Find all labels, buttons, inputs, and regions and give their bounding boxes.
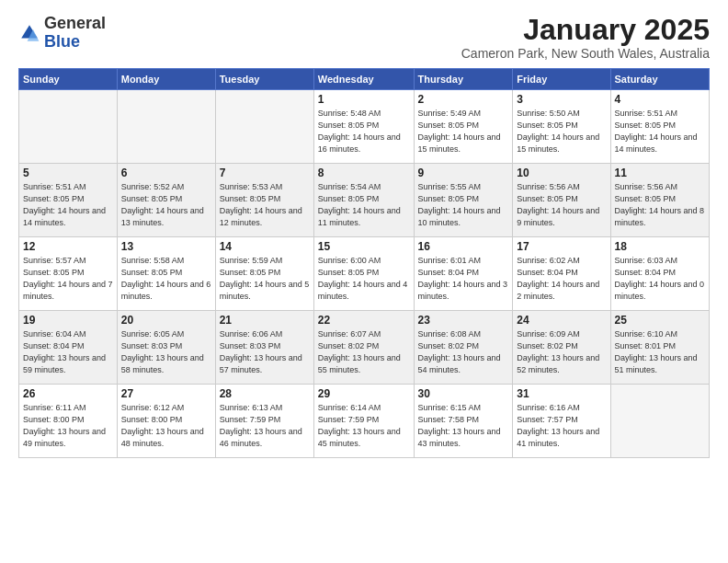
day-number: 10 (517, 167, 606, 179)
logo-general: General (44, 14, 106, 32)
header-sunday: Sunday (19, 69, 118, 90)
day-number: 16 (418, 240, 509, 253)
day-number: 23 (418, 314, 509, 327)
day-info: Sunrise: 6:07 AM Sunset: 8:02 PM Dayligh… (318, 328, 410, 376)
calendar-cell: 25Sunrise: 6:10 AM Sunset: 8:01 PM Dayli… (610, 311, 709, 385)
day-info: Sunrise: 5:57 AM Sunset: 8:05 PM Dayligh… (23, 255, 113, 303)
calendar-cell: 21Sunrise: 6:06 AM Sunset: 8:03 PM Dayli… (215, 311, 313, 385)
day-number: 7 (220, 167, 310, 179)
day-number: 19 (23, 314, 113, 327)
logo: General Blue (18, 15, 106, 52)
calendar-cell: 9Sunrise: 5:55 AM Sunset: 8:05 PM Daylig… (414, 164, 513, 237)
calendar-cell (19, 90, 118, 164)
calendar-cell: 8Sunrise: 5:54 AM Sunset: 8:05 PM Daylig… (313, 164, 414, 237)
day-info: Sunrise: 6:03 AM Sunset: 8:04 PM Dayligh… (615, 255, 705, 303)
day-info: Sunrise: 6:16 AM Sunset: 7:57 PM Dayligh… (517, 402, 606, 450)
day-number: 6 (121, 167, 211, 179)
calendar-cell: 3Sunrise: 5:50 AM Sunset: 8:05 PM Daylig… (513, 90, 610, 164)
day-info: Sunrise: 6:13 AM Sunset: 7:59 PM Dayligh… (220, 402, 310, 450)
day-info: Sunrise: 5:56 AM Sunset: 8:05 PM Dayligh… (615, 181, 705, 229)
calendar-cell (117, 90, 215, 164)
calendar-cell: 29Sunrise: 6:14 AM Sunset: 7:59 PM Dayli… (313, 385, 414, 458)
logo-text: General Blue (44, 15, 106, 52)
calendar-cell: 12Sunrise: 5:57 AM Sunset: 8:05 PM Dayli… (19, 237, 118, 311)
day-info: Sunrise: 5:51 AM Sunset: 8:05 PM Dayligh… (23, 181, 113, 229)
day-info: Sunrise: 6:08 AM Sunset: 8:02 PM Dayligh… (418, 328, 509, 376)
day-info: Sunrise: 6:15 AM Sunset: 7:58 PM Dayligh… (418, 402, 509, 450)
calendar-cell: 26Sunrise: 6:11 AM Sunset: 8:00 PM Dayli… (19, 385, 118, 458)
day-info: Sunrise: 5:51 AM Sunset: 8:05 PM Dayligh… (615, 108, 705, 155)
day-info: Sunrise: 6:00 AM Sunset: 8:05 PM Dayligh… (318, 255, 410, 303)
calendar-cell: 6Sunrise: 5:52 AM Sunset: 8:05 PM Daylig… (117, 164, 215, 237)
header-monday: Monday (117, 69, 215, 90)
week-row-3: 19Sunrise: 6:04 AM Sunset: 8:04 PM Dayli… (19, 311, 710, 385)
day-info: Sunrise: 6:11 AM Sunset: 8:00 PM Dayligh… (23, 402, 113, 450)
header-tuesday: Tuesday (215, 69, 313, 90)
calendar-cell: 7Sunrise: 5:53 AM Sunset: 8:05 PM Daylig… (215, 164, 313, 237)
day-number: 4 (615, 93, 705, 106)
day-number: 29 (318, 387, 410, 400)
day-number: 26 (23, 387, 113, 400)
calendar-cell: 14Sunrise: 5:59 AM Sunset: 8:05 PM Dayli… (215, 237, 313, 311)
day-info: Sunrise: 6:01 AM Sunset: 8:04 PM Dayligh… (418, 255, 509, 303)
calendar-cell: 28Sunrise: 6:13 AM Sunset: 7:59 PM Dayli… (215, 385, 313, 458)
day-info: Sunrise: 5:54 AM Sunset: 8:05 PM Dayligh… (318, 181, 410, 229)
calendar-cell: 16Sunrise: 6:01 AM Sunset: 8:04 PM Dayli… (414, 237, 513, 311)
calendar-cell: 15Sunrise: 6:00 AM Sunset: 8:05 PM Dayli… (313, 237, 414, 311)
calendar-cell (610, 385, 709, 458)
day-number: 12 (23, 240, 113, 253)
day-info: Sunrise: 6:04 AM Sunset: 8:04 PM Dayligh… (23, 328, 113, 376)
day-info: Sunrise: 6:06 AM Sunset: 8:03 PM Dayligh… (220, 328, 310, 376)
week-row-4: 26Sunrise: 6:11 AM Sunset: 8:00 PM Dayli… (19, 385, 710, 458)
day-number: 11 (615, 167, 705, 179)
day-number: 24 (517, 314, 606, 327)
calendar-cell: 20Sunrise: 6:05 AM Sunset: 8:03 PM Dayli… (117, 311, 215, 385)
day-info: Sunrise: 5:52 AM Sunset: 8:05 PM Dayligh… (121, 181, 211, 229)
header-saturday: Saturday (610, 69, 709, 90)
day-info: Sunrise: 6:09 AM Sunset: 8:02 PM Dayligh… (517, 328, 606, 376)
calendar-cell: 2Sunrise: 5:49 AM Sunset: 8:05 PM Daylig… (414, 90, 513, 164)
day-number: 25 (615, 314, 705, 327)
calendar-cell: 13Sunrise: 5:58 AM Sunset: 8:05 PM Dayli… (117, 237, 215, 311)
day-info: Sunrise: 5:58 AM Sunset: 8:05 PM Dayligh… (121, 255, 211, 303)
header-wednesday: Wednesday (313, 69, 414, 90)
calendar-cell: 5Sunrise: 5:51 AM Sunset: 8:05 PM Daylig… (19, 164, 118, 237)
day-number: 9 (418, 167, 509, 179)
calendar-cell: 24Sunrise: 6:09 AM Sunset: 8:02 PM Dayli… (513, 311, 610, 385)
day-info: Sunrise: 6:05 AM Sunset: 8:03 PM Dayligh… (121, 328, 211, 376)
day-number: 31 (517, 387, 606, 400)
page-container: General Blue January 2025 Cameron Park, … (0, 0, 728, 563)
week-row-2: 12Sunrise: 5:57 AM Sunset: 8:05 PM Dayli… (19, 237, 710, 311)
day-number: 28 (220, 387, 310, 400)
day-number: 5 (23, 167, 113, 179)
day-info: Sunrise: 6:12 AM Sunset: 8:00 PM Dayligh… (121, 402, 211, 450)
day-info: Sunrise: 5:49 AM Sunset: 8:05 PM Dayligh… (418, 108, 509, 155)
calendar-cell: 11Sunrise: 5:56 AM Sunset: 8:05 PM Dayli… (610, 164, 709, 237)
calendar-table: Sunday Monday Tuesday Wednesday Thursday… (18, 68, 710, 458)
calendar-cell: 27Sunrise: 6:12 AM Sunset: 8:00 PM Dayli… (117, 385, 215, 458)
day-info: Sunrise: 5:48 AM Sunset: 8:05 PM Dayligh… (318, 108, 410, 155)
day-number: 17 (517, 240, 606, 253)
day-number: 1 (318, 93, 410, 106)
day-number: 3 (517, 93, 606, 106)
day-number: 18 (615, 240, 705, 253)
day-number: 8 (318, 167, 410, 179)
calendar-cell: 4Sunrise: 5:51 AM Sunset: 8:05 PM Daylig… (610, 90, 709, 164)
day-info: Sunrise: 5:59 AM Sunset: 8:05 PM Dayligh… (220, 255, 310, 303)
day-number: 2 (418, 93, 509, 106)
day-info: Sunrise: 6:02 AM Sunset: 8:04 PM Dayligh… (517, 255, 606, 303)
page-header: General Blue January 2025 Cameron Park, … (18, 15, 710, 61)
location-subtitle: Cameron Park, New South Wales, Australia (461, 46, 710, 61)
day-number: 20 (121, 314, 211, 327)
day-number: 15 (318, 240, 410, 253)
day-info: Sunrise: 6:10 AM Sunset: 8:01 PM Dayligh… (615, 328, 705, 376)
calendar-cell: 30Sunrise: 6:15 AM Sunset: 7:58 PM Dayli… (414, 385, 513, 458)
logo-icon (18, 22, 40, 44)
month-title: January 2025 (461, 15, 710, 44)
calendar-cell: 22Sunrise: 6:07 AM Sunset: 8:02 PM Dayli… (313, 311, 414, 385)
day-number: 22 (318, 314, 410, 327)
title-block: January 2025 Cameron Park, New South Wal… (461, 15, 710, 61)
header-thursday: Thursday (414, 69, 513, 90)
day-info: Sunrise: 5:56 AM Sunset: 8:05 PM Dayligh… (517, 181, 606, 229)
day-number: 13 (121, 240, 211, 253)
